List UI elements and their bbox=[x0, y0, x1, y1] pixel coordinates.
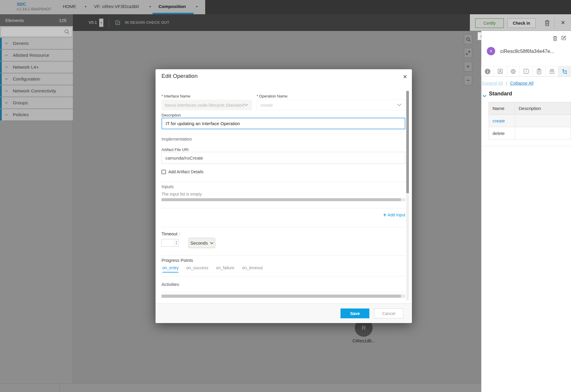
tab-properties[interactable] bbox=[533, 66, 545, 76]
divider bbox=[161, 255, 405, 256]
clipboard-icon bbox=[536, 68, 542, 75]
category-stripe bbox=[0, 85, 2, 97]
activities-label: Activities bbox=[161, 282, 179, 287]
zoom-in-button[interactable]: + bbox=[464, 62, 472, 72]
progress-points-tabs: on_entry on_success on_failure on_timeou… bbox=[162, 265, 263, 273]
table-row[interactable]: create bbox=[489, 115, 571, 127]
collapse-all-link[interactable]: Collapse All bbox=[510, 81, 533, 86]
add-artifact-checkbox[interactable] bbox=[161, 170, 166, 174]
modal-footer bbox=[156, 303, 412, 323]
sidebar-item-allotted-resource[interactable]: Allotted Resource bbox=[0, 50, 73, 61]
sidebar-item-network-l4[interactable]: Network L4+ bbox=[0, 62, 73, 73]
artifact-uri-label: Artifact File URI bbox=[161, 147, 189, 152]
operation-description bbox=[515, 127, 571, 140]
close-workspace-icon[interactable]: × bbox=[559, 17, 567, 28]
canvas-fit-button[interactable] bbox=[464, 48, 472, 58]
horizontal-scrollbar[interactable] bbox=[161, 295, 405, 298]
column-name: Name bbox=[489, 102, 515, 115]
timeout-input[interactable] bbox=[162, 239, 174, 246]
tab-on-entry[interactable]: on_entry bbox=[162, 265, 178, 273]
step-up-icon[interactable]: ▲ bbox=[175, 240, 178, 243]
category-stripe bbox=[0, 73, 2, 85]
chevron-down-icon bbox=[5, 90, 8, 92]
breadcrumb-composition[interactable]: Composition bbox=[159, 0, 186, 13]
tab-information[interactable] bbox=[520, 66, 533, 76]
inputs-empty-message: The input list is empty bbox=[161, 192, 202, 196]
checkin-button[interactable]: Check in bbox=[507, 18, 536, 28]
canvas-search-button[interactable] bbox=[464, 34, 472, 44]
description-input[interactable] bbox=[161, 118, 405, 129]
chevron-down-icon[interactable] bbox=[482, 93, 487, 99]
sidebar-item-generic[interactable]: Generic bbox=[0, 38, 73, 49]
sidebar-item-policies[interactable]: Policies bbox=[0, 109, 73, 120]
zoom-out-button[interactable]: − bbox=[464, 75, 472, 85]
category-stripe bbox=[0, 50, 2, 61]
breadcrumb-separator-icon: ▸ bbox=[150, 0, 151, 13]
app-logo: SDC v.1.14.1-SNAPSHOT bbox=[17, 1, 51, 12]
delete-resource-icon[interactable] bbox=[553, 35, 558, 42]
resource-title: ciResc8c58f6fa34e47e... bbox=[500, 48, 569, 54]
artifact-uri-input[interactable] bbox=[161, 152, 405, 164]
scrollbar-thumb[interactable] bbox=[161, 198, 401, 201]
tab-on-failure[interactable]: on_failure bbox=[216, 265, 234, 273]
operation-name-label: *Operation Name bbox=[257, 94, 287, 98]
chevron-down-icon bbox=[5, 42, 8, 45]
search-icon bbox=[466, 37, 471, 42]
elements-header: Elements 125 bbox=[0, 14, 73, 26]
inputs-label: Inputs bbox=[161, 184, 174, 189]
checkout-icon bbox=[114, 19, 121, 27]
modal-scrollbar[interactable] bbox=[406, 91, 409, 300]
timeout-stepper[interactable]: ▲▼ bbox=[161, 239, 179, 247]
certify-button[interactable]: Certify bbox=[475, 18, 504, 28]
version-dropdown[interactable]: ▾ bbox=[99, 18, 103, 27]
delete-icon[interactable] bbox=[544, 19, 550, 28]
scrollbar-thumb[interactable] bbox=[161, 295, 401, 298]
search-icon bbox=[64, 29, 70, 35]
timeout-unit-select[interactable]: Seconds bbox=[189, 238, 215, 248]
tab-on-timeout[interactable]: on_timeout bbox=[242, 265, 263, 273]
step-down-icon[interactable]: ▼ bbox=[175, 243, 178, 245]
sidebar-item-configuration[interactable]: Configuration bbox=[0, 73, 73, 85]
sidebar-item-network-connectivity[interactable]: Network Connectivity bbox=[0, 85, 73, 97]
scrollbar-thumb[interactable] bbox=[406, 91, 409, 193]
add-input-button[interactable]: +Add Input bbox=[370, 212, 405, 218]
save-button[interactable]: Save bbox=[341, 308, 369, 318]
expand-all-link[interactable]: Expand All bbox=[482, 81, 503, 86]
category-stripe bbox=[0, 109, 2, 120]
info-circle-icon bbox=[484, 68, 491, 75]
interface-name-select[interactable]: tosca.interfaces.node.lifecycle.Standard bbox=[161, 100, 252, 110]
cancel-button[interactable]: Cancel bbox=[374, 308, 403, 318]
operation-name-create: create bbox=[489, 115, 515, 127]
divider bbox=[161, 134, 405, 134]
chevron-down-icon bbox=[5, 78, 8, 80]
tab-operations-active[interactable] bbox=[559, 66, 571, 76]
app-version: v.1.14.1-SNAPSHOT bbox=[17, 7, 51, 12]
tab-deployment[interactable] bbox=[545, 66, 558, 76]
tab-settings[interactable] bbox=[507, 66, 520, 76]
resource-node-label: CiRes1d8... bbox=[334, 339, 393, 343]
tab-on-success[interactable]: on_success bbox=[186, 265, 208, 273]
horizontal-scrollbar[interactable] bbox=[161, 198, 405, 201]
stepper-arrows[interactable]: ▲▼ bbox=[174, 239, 178, 246]
fullscreen-icon bbox=[466, 51, 470, 55]
category-stripe bbox=[0, 97, 2, 108]
search-input[interactable] bbox=[1, 27, 72, 37]
expand-collapse-links: Expand All | Collapse All bbox=[482, 81, 534, 86]
interface-section-title[interactable]: Standard bbox=[489, 91, 512, 97]
elements-search bbox=[0, 26, 73, 37]
sidebar-item-groups[interactable]: Groups bbox=[0, 97, 73, 108]
close-icon[interactable]: × bbox=[400, 72, 410, 82]
breadcrumb-home[interactable]: HOME bbox=[63, 0, 76, 13]
divider bbox=[161, 292, 405, 292]
app-footer bbox=[0, 383, 481, 392]
info-square-icon bbox=[523, 68, 529, 74]
breadcrumb-vf[interactable]: VF: ciRes-VF3f2ca3b0 bbox=[94, 0, 139, 13]
divider bbox=[161, 182, 405, 182]
tab-general-info[interactable] bbox=[481, 66, 494, 76]
table-row[interactable]: delete bbox=[489, 127, 571, 140]
tab-resource[interactable] bbox=[494, 66, 507, 76]
divider bbox=[161, 276, 405, 276]
operation-description bbox=[515, 115, 571, 127]
operation-name-select[interactable]: create bbox=[257, 100, 405, 110]
edit-resource-icon[interactable] bbox=[561, 35, 567, 42]
